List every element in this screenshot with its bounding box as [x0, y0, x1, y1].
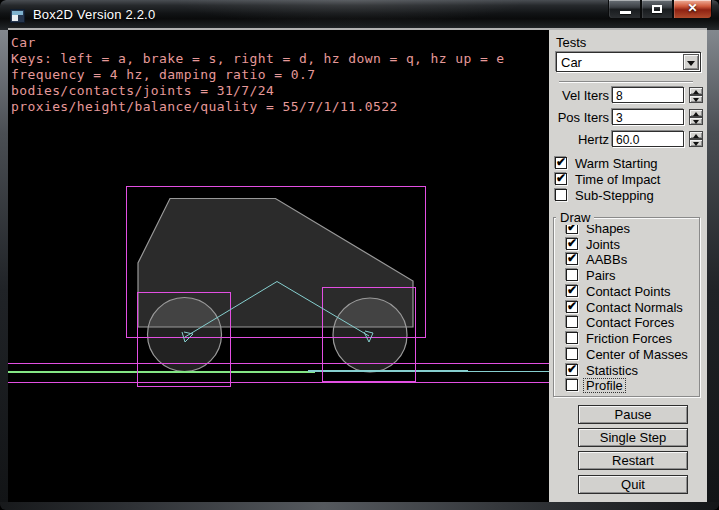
tests-dropdown-value: Car — [561, 55, 582, 70]
vel-iters-spin-up-button[interactable] — [689, 87, 703, 95]
car-simulation-drawing — [8, 30, 549, 502]
checkbox-statistics-label: Statistics — [584, 364, 640, 377]
arrow-up-icon — [693, 112, 699, 116]
checkbox-contact-points-box[interactable] — [566, 285, 578, 297]
hertz-label: Hertz — [549, 132, 609, 147]
checkbox-sub-stepping-label: Sub-Stepping — [573, 189, 656, 202]
vel-iters-row: Vel Iters 8 — [549, 87, 707, 103]
checkbox-contact-forces-box[interactable] — [566, 316, 578, 328]
checkbox-center-of-masses-label: Center of Masses — [584, 348, 690, 361]
checkbox-joints-label: Joints — [584, 238, 622, 251]
vel-iters-input[interactable]: 8 — [612, 87, 684, 103]
pos-iters-input[interactable]: 3 — [612, 109, 684, 125]
control-sidebar: Tests Car Vel Iters 8 Pos Iters 3 Hertz … — [549, 30, 707, 502]
app-window: Box2D Version 2.2.0 ✕ Car Keys: left = a… — [0, 0, 719, 510]
hertz-input[interactable]: 60.0 — [612, 131, 684, 147]
checkbox-contact-forces-label: Contact Forces — [584, 316, 676, 329]
checkbox-warm-starting-label: Warm Starting — [573, 157, 660, 170]
checkbox-aabbs-box[interactable] — [566, 253, 578, 265]
maximize-button[interactable] — [641, 0, 673, 19]
checkbox-time-of-impact-box[interactable] — [555, 173, 567, 185]
car-wheel-left — [148, 298, 222, 372]
pos-iters-spinner — [689, 109, 703, 125]
checkbox-warm-starting-box[interactable] — [555, 157, 567, 169]
draw-groupbox-label: Draw — [556, 210, 594, 225]
arrow-down-icon — [693, 98, 699, 102]
minimize-button[interactable] — [608, 0, 641, 19]
arrow-down-icon — [693, 142, 699, 146]
pos-iters-spin-up-button[interactable] — [689, 109, 703, 117]
checkbox-profile-label: Profile — [584, 379, 625, 392]
vel-iters-spin-down-button[interactable] — [689, 95, 703, 103]
hertz-row: Hertz 60.0 — [549, 131, 707, 147]
window-border-right — [707, 30, 719, 502]
checkbox-pairs-box[interactable] — [566, 269, 578, 281]
pos-iters-label: Pos Iters — [549, 110, 609, 125]
checkbox-sub-stepping-box[interactable] — [555, 189, 567, 201]
pos-iters-row: Pos Iters 3 — [549, 109, 707, 125]
separator — [559, 81, 693, 83]
close-icon: ✕ — [674, 1, 711, 15]
hertz-spinner — [689, 131, 703, 147]
checkbox-statistics-box[interactable] — [566, 364, 578, 376]
quit-button[interactable]: Quit — [578, 475, 688, 494]
close-button[interactable]: ✕ — [673, 0, 712, 19]
tests-dropdown-button[interactable] — [683, 54, 699, 70]
tests-label: Tests — [556, 35, 586, 50]
arrow-up-icon — [693, 90, 699, 94]
checkbox-joints-box[interactable] — [566, 238, 578, 250]
checkbox-contact-points-label: Contact Points — [584, 285, 673, 298]
pause-button[interactable]: Pause — [578, 405, 688, 424]
checkbox-contact-normals-label: Contact Normals — [584, 301, 685, 314]
caption-buttons: ✕ — [608, 0, 712, 19]
checkbox-time-of-impact-label: Time of Impact — [573, 173, 662, 186]
vel-iters-label: Vel Iters — [549, 88, 609, 103]
single-step-button[interactable]: Single Step — [578, 428, 688, 447]
hertz-spin-down-button[interactable] — [689, 139, 703, 147]
vel-iters-spinner — [689, 87, 703, 103]
tests-dropdown[interactable]: Car — [556, 52, 701, 72]
checkbox-friction-forces-label: Friction Forces — [584, 332, 674, 345]
checkbox-center-of-masses-box[interactable] — [566, 348, 578, 360]
checkbox-friction-forces-box[interactable] — [566, 332, 578, 344]
app-icon — [10, 9, 25, 23]
checkbox-pairs-label: Pairs — [584, 269, 618, 282]
client-top-highlight — [8, 28, 707, 30]
minimize-icon — [620, 11, 631, 14]
pos-iters-spin-down-button[interactable] — [689, 117, 703, 125]
arrow-up-icon — [693, 134, 699, 138]
checkbox-profile-box[interactable] — [566, 379, 578, 391]
car-wheel-right — [333, 298, 407, 372]
hertz-spin-up-button[interactable] — [689, 131, 703, 139]
checkbox-aabbs-label: AABBs — [584, 253, 629, 266]
window-title: Box2D Version 2.2.0 — [33, 7, 155, 22]
window-border-bottom — [0, 502, 719, 510]
chevron-down-icon — [687, 61, 695, 66]
checkbox-contact-normals-box[interactable] — [566, 301, 578, 313]
arrow-down-icon — [693, 120, 699, 124]
restart-button[interactable]: Restart — [578, 451, 688, 470]
maximize-icon — [652, 5, 662, 13]
simulation-canvas[interactable]: Car Keys: left = a, brake = s, right = d… — [8, 30, 549, 502]
window-border-left — [0, 30, 8, 502]
